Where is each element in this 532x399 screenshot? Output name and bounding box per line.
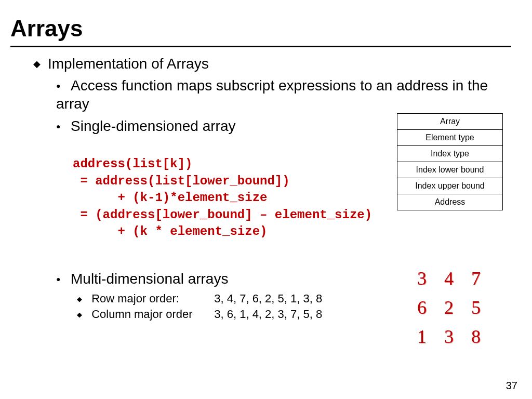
code-line-2: = address(list[lower_bound]) [73, 174, 290, 188]
matrix-2-0: 1 [417, 326, 427, 348]
code-line-5: + (k * element_size) [73, 224, 267, 238]
colmajor-label: Column major order [91, 308, 211, 321]
code-line-3: + (k-1)*element_size [73, 191, 267, 205]
descriptor-row-address: Address [397, 194, 503, 210]
matrix-0-2: 7 [471, 268, 481, 289]
descriptor-row-upper: Index upper bound [397, 178, 503, 194]
divider [10, 46, 511, 47]
descriptor-row-elemtype: Element type [397, 130, 503, 146]
rowmajor-label: Row major order: [91, 292, 211, 305]
matrix-1-1: 2 [444, 297, 454, 318]
descriptor-row-indextype: Index type [397, 146, 503, 162]
descriptor-table: Array Element type Index type Index lowe… [397, 113, 503, 210]
descriptor-row-lower: Index lower bound [397, 162, 503, 178]
heading-l1: Implementation of Arrays [33, 56, 511, 72]
code-line-4: = (address[lower_bound] – element_size) [73, 208, 372, 222]
matrix-1-2: 5 [471, 297, 481, 318]
rowmajor-values: 3, 4, 7, 6, 2, 5, 1, 3, 8 [214, 292, 322, 305]
matrix-2-2: 8 [471, 326, 481, 348]
bullet-access: Access function maps subscript expressio… [56, 76, 511, 113]
code-line-1: address(list[k]) [73, 157, 192, 171]
matrix-0-0: 3 [417, 268, 427, 289]
matrix-1-0: 6 [417, 297, 427, 318]
page-number: 37 [506, 380, 517, 392]
descriptor-row-array: Array [397, 114, 503, 130]
colmajor-values: 3, 6, 1, 4, 2, 3, 7, 5, 8 [214, 308, 322, 321]
matrix-2-1: 3 [444, 326, 454, 348]
matrix: 3 4 7 6 2 5 1 3 8 [402, 268, 496, 355]
slide-title: Arrays [10, 16, 511, 42]
matrix-0-1: 4 [444, 268, 454, 289]
